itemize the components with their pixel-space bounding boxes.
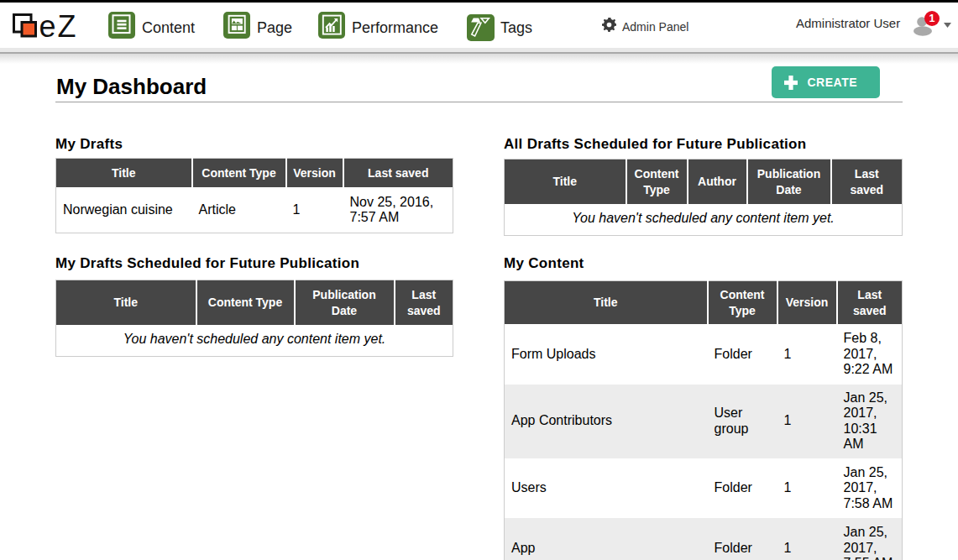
svg-text:eZ: eZ [39, 10, 78, 44]
